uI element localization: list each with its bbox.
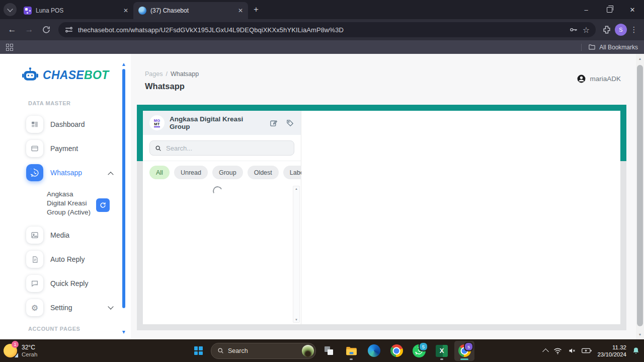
username-label: mariaADK <box>590 75 621 83</box>
refresh-session-button[interactable] <box>96 198 110 212</box>
back-button[interactable]: ← <box>4 22 20 38</box>
sidebar-item-media[interactable]: Media <box>0 223 131 247</box>
breadcrumb-pages[interactable]: Pages <box>145 70 163 78</box>
tab-close-icon[interactable]: ✕ <box>236 6 245 15</box>
chevron-down-icon[interactable] <box>109 304 113 312</box>
edge-button[interactable] <box>364 341 384 361</box>
sidebar-item-auto-reply[interactable]: Auto Reply <box>0 247 131 271</box>
scroll-down-arrow-icon[interactable]: ▼ <box>295 318 298 321</box>
taskbar-clock[interactable]: 11.32 23/10/2024 <box>597 344 626 358</box>
clock-time: 11.32 <box>597 344 626 351</box>
site-info-icon[interactable] <box>64 25 73 34</box>
chrome-profile-button[interactable]: s <box>454 341 474 361</box>
user-menu[interactable]: mariaADK <box>577 74 621 84</box>
notification-bell-icon[interactable] <box>632 346 640 355</box>
chat-search-box[interactable] <box>149 140 294 156</box>
bookmark-star-icon[interactable]: ☆ <box>583 25 590 35</box>
breadcrumb-current: Whatsapp <box>171 70 199 78</box>
extensions-puzzle-icon[interactable] <box>602 25 612 35</box>
close-button[interactable]: ✕ <box>621 0 644 19</box>
chat-list-scrollbar[interactable]: ▲ ▼ <box>293 186 300 323</box>
volume-muted-icon[interactable] <box>568 347 576 354</box>
start-button[interactable] <box>188 341 208 361</box>
chasebot-favicon <box>138 7 146 15</box>
edit-icon[interactable] <box>269 119 278 127</box>
sidebar-item-label: Quick Reply <box>50 279 88 287</box>
restore-icon <box>607 7 612 13</box>
sidebar-item-label: Setting <box>50 304 72 312</box>
chat-group-header: MG MT Angkasa Digital Kreasi Group <box>143 111 301 135</box>
new-tab-button[interactable]: + <box>249 3 263 17</box>
divider <box>581 44 582 51</box>
reload-button[interactable] <box>38 22 54 38</box>
task-view-button[interactable] <box>318 341 339 361</box>
page-scrollbar[interactable]: ▲ ▼ <box>636 54 644 339</box>
chasebot-logo[interactable]: CHASEBOT <box>21 67 131 83</box>
filter-chip-unread[interactable]: Unread <box>174 166 208 179</box>
active-app-indicator <box>460 358 468 360</box>
browser-profile-avatar[interactable]: S <box>615 24 627 36</box>
password-key-icon[interactable] <box>569 25 578 34</box>
weather-badge: 1 <box>12 341 19 348</box>
all-bookmarks-button[interactable]: All Bookmarks <box>581 43 638 51</box>
url-bar[interactable]: thechasebot.com/whatsapp/U2FsdGVkX195JLG… <box>58 22 596 37</box>
main-content: Pages / Whatsapp Whatsapp mariaADK MG MT <box>131 54 636 339</box>
tray-chevron-up-icon[interactable] <box>543 348 549 355</box>
task-view-icon <box>325 346 333 355</box>
sidebar-item-label: Payment <box>50 144 78 153</box>
group-name: Angkasa Digital Kreasi Group <box>170 115 261 130</box>
settings-gear-icon: ⚙ <box>31 303 38 313</box>
tab-luna-pos[interactable]: Luna POS ✕ <box>19 2 133 19</box>
chrome-button[interactable] <box>386 341 407 361</box>
scrollbar-thumb[interactable] <box>122 69 125 308</box>
browser-menu-kebab-icon[interactable]: ⋮ <box>628 25 640 34</box>
filter-chip-all[interactable]: All <box>149 166 170 179</box>
tab-search-caret-icon[interactable] <box>4 3 17 16</box>
sidebar-item-setting[interactable]: ⚙ Setting <box>0 296 131 320</box>
browser-toolbar: ← → thechasebot.com/whatsapp/U2FsdGVkX19… <box>0 19 644 40</box>
apps-grid-icon[interactable] <box>6 44 13 51</box>
scroll-up-arrow-icon[interactable] <box>122 63 125 66</box>
scroll-down-arrow-icon[interactable] <box>122 331 125 334</box>
bookmarks-bar: All Bookmarks <box>0 40 644 54</box>
chat-list-panel: MG MT Angkasa Digital Kreasi Group <box>143 111 301 324</box>
chat-message-area[interactable] <box>301 111 620 324</box>
bookmarks-folder-icon <box>588 43 596 51</box>
battery-charging-icon[interactable] <box>582 347 592 354</box>
group-avatar[interactable]: MG MT <box>149 115 165 130</box>
scrollbar-thumb[interactable] <box>637 65 643 326</box>
weather-temperature: 32°C <box>22 344 37 351</box>
tab-close-icon[interactable]: ✕ <box>121 6 130 15</box>
wifi-icon[interactable] <box>553 347 562 354</box>
chat-search-input[interactable] <box>165 144 289 153</box>
sidebar-item-payment[interactable]: Payment <box>0 136 131 161</box>
taskbar-search-label: Search <box>228 347 248 354</box>
tab-chasebot[interactable]: (37) Chasebot ✕ <box>133 2 248 19</box>
taskbar-search[interactable]: Search <box>211 343 316 359</box>
tab-title: (37) Chasebot <box>150 7 232 14</box>
submenu-item-angkasa-group[interactable]: Angkasa Digital Kreasi Group (Active) <box>47 190 91 217</box>
url-text[interactable]: thechasebot.com/whatsapp/U2FsdGVkX195JLG… <box>78 26 565 34</box>
filter-chip-group[interactable]: Group <box>212 166 243 179</box>
minimize-button[interactable]: – <box>575 0 598 19</box>
excel-button[interactable]: X <box>432 341 452 361</box>
scroll-up-arrow-icon[interactable]: ▲ <box>295 187 298 190</box>
scroll-down-arrow-icon[interactable]: ▼ <box>636 333 644 336</box>
whatsapp-button[interactable]: 5 <box>409 341 429 361</box>
forward-button[interactable]: → <box>21 22 37 38</box>
label-tag-icon[interactable] <box>286 119 294 127</box>
scroll-up-arrow-icon[interactable]: ▲ <box>636 57 644 60</box>
section-label-data-master: DATA MASTER <box>28 100 131 106</box>
weather-widget[interactable]: 1 32°C Cerah <box>4 344 37 358</box>
reload-icon <box>42 25 51 34</box>
restore-button[interactable] <box>598 0 621 19</box>
sidebar-item-quick-reply[interactable]: Quick Reply <box>0 271 131 296</box>
sidebar-scrollbar[interactable] <box>122 54 126 339</box>
filter-chip-oldest[interactable]: Oldest <box>248 166 279 179</box>
sidebar-item-dashboard[interactable]: Dashboard <box>0 112 131 136</box>
file-explorer-button[interactable] <box>341 341 361 361</box>
chat-list[interactable]: ▲ ▼ <box>143 184 301 324</box>
chevron-up-icon[interactable] <box>109 169 113 177</box>
bing-daily-image[interactable] <box>302 345 314 357</box>
sidebar-item-whatsapp[interactable]: Whatsapp <box>0 161 131 185</box>
